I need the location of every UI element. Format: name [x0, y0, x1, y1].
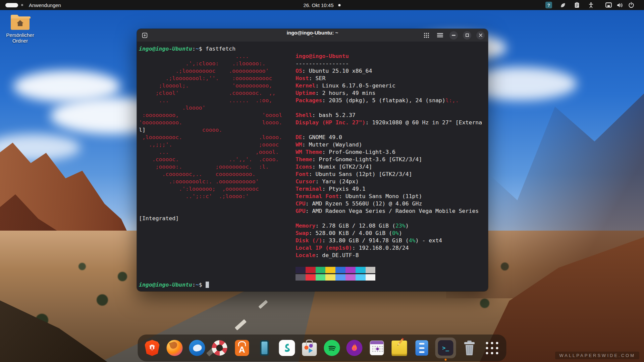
close-button[interactable]	[476, 31, 485, 40]
terminal-line	[139, 274, 488, 281]
dock-phone-mirror-icon[interactable]	[256, 339, 274, 357]
terminal-line: .cooooooc,.. coooooooooo. Font: Ubuntu S…	[139, 171, 488, 178]
clipboard-icon[interactable]	[574, 2, 580, 8]
dock-thunderbird-icon[interactable]	[188, 339, 206, 357]
window-title-group: ingo@ingo-Ubuntu: ~ ~	[287, 30, 338, 38]
terminal-line: Memory: 2.78 GiB / 12.08 GiB (23%)	[139, 222, 488, 230]
terminal-line: .',:clooo: .:looooo:. ----------------	[139, 60, 488, 67]
leaf-icon[interactable]	[559, 2, 566, 8]
activities-label: Anwendungen	[29, 2, 61, 8]
accessibility-icon[interactable]	[588, 2, 594, 8]
terminal-window: ingo@ingo-Ubuntu: ~ ~ ingo@ingo-Ubuntu:~…	[137, 29, 488, 291]
menu-icon[interactable]	[436, 31, 444, 40]
dock-notes-icon[interactable]	[390, 339, 409, 357]
terminal-line: Local IP (enp1s0): 192.168.0.28/24	[139, 244, 488, 252]
quick-settings-button[interactable]	[602, 1, 638, 9]
terminal-line: ingo@ingo-Ubuntu:~$ fastfetch	[139, 45, 488, 53]
terminal-line: .':loooooo; ,oooooooooc Terminal: Ptyxis…	[139, 185, 488, 193]
dock-software-store-icon[interactable]	[301, 339, 319, 357]
terminal-line: ... ,ooool. WM Theme: Prof-Gnome-Light-3…	[139, 148, 488, 156]
wallpaper-watermark: WALLPAPERSWIDE.COM	[555, 352, 639, 359]
terminal-output[interactable]: ingo@ingo-Ubuntu:~$ fastfetch .... ingo@…	[137, 42, 488, 291]
window-subtitle: ~	[287, 36, 338, 38]
dock-firefox-icon[interactable]	[166, 339, 184, 357]
power-icon	[628, 2, 635, 8]
folder-icon	[10, 13, 31, 31]
dock-spotify-icon[interactable]	[323, 339, 341, 357]
keyboard-indicator-badge[interactable]: ?	[545, 2, 552, 8]
tab-overview-icon[interactable]	[422, 31, 431, 40]
terminal-titlebar[interactable]: ingo@ingo-Ubuntu: ~ ~	[137, 29, 488, 42]
desktop-home-folder[interactable]: Persönlicher Ordner	[3, 13, 37, 44]
terminal-line: ..';::c' .;loooo:' Terminal Font: Ubuntu…	[139, 193, 488, 200]
minimize-button[interactable]	[449, 31, 458, 40]
dock-trash-icon[interactable]	[461, 339, 479, 357]
terminal-line: Locale: de_DE.UTF-8	[139, 252, 488, 259]
terminal-line: ingo@ingo-Ubuntu:~$	[139, 281, 488, 289]
running-indicator-dot	[445, 359, 447, 361]
terminal-line: [Integrated]	[139, 215, 488, 222]
terminal-line: ;clool' .cooooooc. ,, Uptime: 2 hours, 4…	[139, 89, 488, 97]
dock-flameshot-icon[interactable]	[345, 339, 364, 357]
terminal-line: .cooooc. ..',,'. .cooo. Theme: Prof-Gnom…	[139, 156, 488, 163]
terminal-line	[139, 266, 488, 274]
desert-shrubs	[0, 245, 3, 248]
workspace-dot-indicator	[21, 4, 23, 6]
top-bar: Anwendungen 26. Okt 10:45 ?	[0, 0, 644, 10]
dock-app-center-icon[interactable]: A	[233, 339, 251, 357]
notification-dot	[338, 4, 341, 6]
home-folder-label: Persönlicher Ordner	[3, 32, 37, 44]
terminal-line: CPU: AMD Ryzen 5 5560U (12) @ 4.06 GHz	[139, 200, 488, 207]
dock-brave-icon[interactable]	[143, 339, 161, 357]
maximize-button[interactable]	[463, 31, 471, 40]
clock-label: 26. Okt 10:45	[303, 2, 333, 8]
clock-button[interactable]: 26. Okt 10:45	[300, 0, 344, 10]
terminal-line: .loooo'	[139, 104, 488, 112]
dock-file-manager-icon[interactable]	[413, 339, 431, 357]
terminal-line: Disk (/): 33.80 GiB / 914.78 GiB (4%) - …	[139, 237, 488, 244]
dock: A >_	[138, 335, 506, 361]
terminal-line: Swap: 528.00 KiB / 4.00 GiB (0%)	[139, 230, 488, 237]
dock-help-lifebuoy-icon[interactable]	[211, 339, 229, 357]
dock-surfshark-icon[interactable]	[278, 339, 296, 357]
terminal-line: GPU: AMD Radeon Vega Series / Radeon Veg…	[139, 207, 488, 215]
terminal-line: ;looool;. 'oooooooooo, Kernel: Linux 6.1…	[139, 82, 488, 89]
terminal-prompt-glyph: >_	[442, 345, 449, 351]
new-tab-icon[interactable]	[140, 31, 149, 40]
terminal-line: :ooooooooo, 'ooool Shell: bash 5.2.37	[139, 112, 488, 119]
terminal-line: l] coooo.	[139, 126, 488, 134]
terminal-line: .;loooooool:,''. :ooooooooooc Host: SER	[139, 75, 488, 82]
activities-button[interactable]: Anwendungen	[0, 0, 66, 10]
dock-calendar-icon[interactable]	[368, 339, 386, 357]
terminal-line: ... ...... .:oo, Packages: 2035 (dpkg), …	[139, 97, 488, 104]
terminal-line: .... ingo@ingo-Ubuntu	[139, 53, 488, 60]
dock-app-grid-icon[interactable]	[483, 339, 501, 357]
terminal-line	[139, 259, 488, 266]
terminal-line: 'ooooooooooo. loooo. Display (HP Inc. 27…	[139, 119, 488, 126]
dock-terminal-icon[interactable]: >_	[435, 338, 456, 358]
terminal-line: .;looooooooc .oooooooooo' OS: Ubuntu 25.…	[139, 67, 488, 75]
terminal-line: .:ooooooolc:. .ooooooooooo' Cursor: Yaru…	[139, 178, 488, 185]
workspace-pill-indicator	[5, 3, 18, 7]
network-wired-icon	[605, 2, 612, 8]
terminal-line: ;ooooo:. ;ooooooooc. :l. Icons: Numix [G…	[139, 163, 488, 171]
system-tray: ?	[545, 0, 644, 10]
app-center-letter: A	[239, 345, 245, 355]
terminal-line: .,;;;'. ;ooooc WM: Mutter (Wayland)	[139, 141, 488, 148]
titlebar-controls	[422, 31, 485, 40]
terminal-line: ,looooooooc. .loooo. DE: GNOME 49.0	[139, 134, 488, 141]
volume-icon	[616, 2, 623, 8]
